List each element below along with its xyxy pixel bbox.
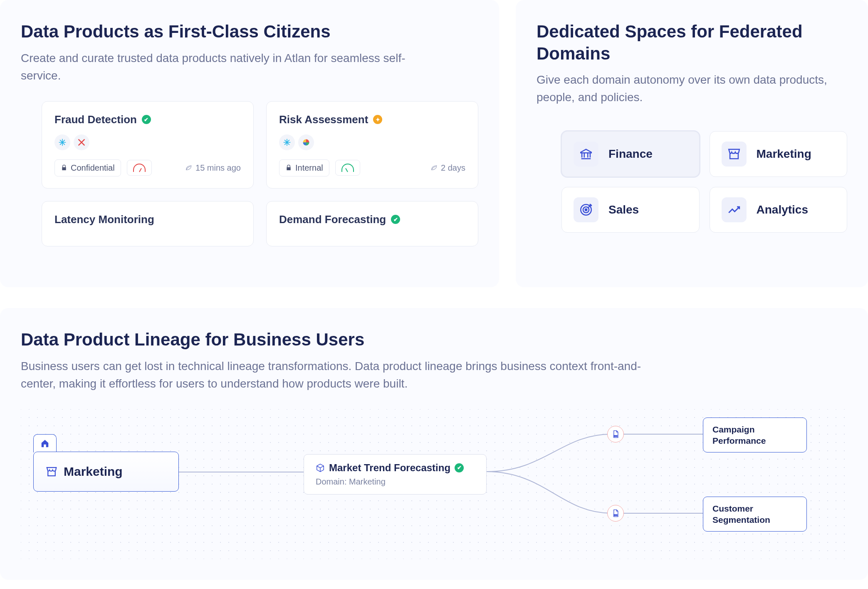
domain-card-sales[interactable]: Sales xyxy=(561,187,700,233)
lineage-leaf-node[interactable]: Campaign Performance xyxy=(703,418,807,453)
classification-pill: Internal xyxy=(279,159,329,176)
panel-lineage: Data Product Lineage for Business Users … xyxy=(0,308,868,580)
lineage-leaf-label: Customer Segmentation xyxy=(712,503,797,526)
storefront-icon xyxy=(45,465,58,478)
lock-icon xyxy=(61,164,67,171)
panel-domains: Dedicated Spaces for Federated Domains G… xyxy=(516,0,868,287)
pending-badge-icon: ✦ xyxy=(373,115,382,124)
panel-subtitle: Create and curate trusted data products … xyxy=(21,50,420,84)
panel-title: Data Products as First-Class Citizens xyxy=(21,21,478,43)
domain-label: Marketing xyxy=(757,147,811,161)
freshness-text: 15 mins ago xyxy=(185,163,241,173)
panel-subtitle: Give each domain autonomy over its own d… xyxy=(537,71,847,106)
leaf-icon xyxy=(185,164,192,171)
health-gauge xyxy=(127,160,152,176)
freshness-text: 2 days xyxy=(430,163,465,173)
doc-connector-icon: DOC xyxy=(607,426,624,442)
lock-icon xyxy=(285,164,292,171)
target-icon xyxy=(574,197,598,222)
product-card-fraud-detection[interactable]: Fraud Detection ✔ Confidential xyxy=(42,101,254,189)
health-gauge xyxy=(335,160,360,176)
home-tab[interactable] xyxy=(33,434,57,452)
verified-badge-icon: ✔ xyxy=(391,215,400,224)
snowflake-icon xyxy=(279,134,295,150)
lineage-mid-label: Market Trend Forecasting xyxy=(329,462,450,474)
product-card-latency-monitoring[interactable]: Latency Monitoring xyxy=(42,201,254,246)
lineage-edge xyxy=(179,472,304,472)
lineage-leaf-label: Campaign Performance xyxy=(712,424,797,447)
svg-text:DOC: DOC xyxy=(613,514,617,516)
lineage-leaf-node[interactable]: Customer Segmentation xyxy=(703,497,807,532)
svg-point-2 xyxy=(585,209,587,211)
product-title-text: Risk Assessment xyxy=(279,113,368,126)
product-title-text: Latency Monitoring xyxy=(54,213,154,226)
classification-pill: Confidential xyxy=(54,159,121,176)
bank-icon xyxy=(574,142,598,167)
domain-card-analytics[interactable]: Analytics xyxy=(710,187,848,233)
product-title-text: Demand Forecasting xyxy=(279,213,386,226)
snowflake-icon xyxy=(54,134,70,150)
product-card-demand-forecasting[interactable]: Demand Forecasting ✔ xyxy=(266,201,478,246)
domain-label: Analytics xyxy=(757,203,809,216)
lineage-mid-node[interactable]: Market Trend Forecasting ✔ Domain: Marke… xyxy=(304,454,487,495)
domain-card-finance[interactable]: Finance xyxy=(561,131,700,177)
pinwheel-icon xyxy=(298,134,314,150)
lineage-mid-sub: Domain: Marketing xyxy=(316,477,386,487)
gauge-red-icon xyxy=(133,164,146,172)
home-icon xyxy=(40,439,49,448)
domain-label: Finance xyxy=(608,147,653,161)
svg-text:DOC: DOC xyxy=(613,435,617,437)
verified-badge-icon: ✔ xyxy=(142,115,151,124)
gauge-green-icon xyxy=(341,164,354,172)
lineage-canvas: Marketing Market Trend Forecasting ✔ Dom… xyxy=(21,409,847,559)
panel-title: Data Product Lineage for Business Users xyxy=(21,329,847,351)
panel-data-products: Data Products as First-Class Citizens Cr… xyxy=(0,0,499,287)
storefront-icon xyxy=(722,142,747,167)
leaf-icon xyxy=(430,164,438,171)
product-title-text: Fraud Detection xyxy=(54,113,137,126)
domain-card-marketing[interactable]: Marketing xyxy=(710,131,848,177)
lineage-root-node[interactable]: Marketing xyxy=(33,452,179,492)
doc-connector-icon: DOC xyxy=(607,505,624,522)
panel-title: Dedicated Spaces for Federated Domains xyxy=(537,21,847,65)
trend-icon xyxy=(722,197,747,222)
lineage-root-label: Marketing xyxy=(64,465,123,479)
lineage-edge xyxy=(487,422,711,530)
cube-icon xyxy=(316,463,325,472)
domain-label: Sales xyxy=(608,203,639,216)
verified-badge-icon: ✔ xyxy=(455,463,464,472)
product-card-risk-assessment[interactable]: Risk Assessment ✦ Internal xyxy=(266,101,478,189)
panel-subtitle: Business users can get lost in technical… xyxy=(21,358,645,393)
x-processor-icon xyxy=(74,134,89,150)
